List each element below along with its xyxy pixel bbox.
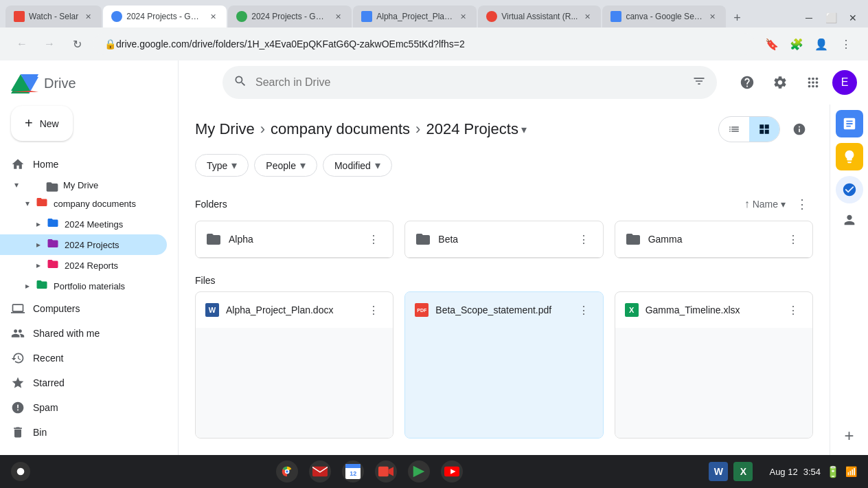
search-input[interactable]	[255, 76, 684, 89]
contacts-panel-button[interactable]	[836, 206, 863, 234]
browser-tab-3[interactable]: 2024 Projects - Goo... ✕	[228, 5, 352, 27]
sidebar-item-shared[interactable]: Shared with me	[0, 321, 167, 346]
folder-beta-menu[interactable]: ⋮	[574, 230, 593, 249]
file-card-gamma-timeline[interactable]: X Gamma_Timeline.xlsx ⋮	[615, 291, 813, 439]
add-panel-button[interactable]: +	[836, 422, 863, 450]
sidebar-item-spam-label: Spam	[33, 402, 58, 413]
tab-close-1[interactable]: ✕	[82, 11, 93, 22]
sidebar-item-2024-reports[interactable]: ▸ 2024 Reports	[0, 255, 167, 276]
folder-card-alpha[interactable]: Alpha ⋮	[195, 221, 393, 258]
sidebar-item-portfolio[interactable]: ▸ Portfolio materials	[0, 276, 167, 296]
folder-alpha-header: Alpha ⋮	[196, 221, 393, 258]
sidebar-item-company-docs[interactable]: ▾ company documents	[0, 193, 167, 214]
sidebar-item-starred[interactable]: Starred	[0, 370, 167, 395]
file-card-beta-scope[interactable]: PDF Beta_Scope_statement.pdf ⋮	[404, 291, 603, 439]
taskbar-camera-icon[interactable]	[11, 462, 30, 481]
sidebar-item-2024-meetings[interactable]: ▸ 2024 Meetings	[0, 214, 167, 234]
file-beta-menu[interactable]: ⋮	[574, 300, 593, 320]
avatar[interactable]: E	[832, 70, 857, 95]
browser-tab-4[interactable]: Alpha_Project_Plan... ✕	[353, 5, 477, 27]
file-gamma-menu[interactable]: ⋮	[784, 300, 803, 320]
info-button[interactable]	[786, 115, 813, 143]
settings-button[interactable]	[766, 69, 794, 96]
tab-close-5[interactable]: ✕	[582, 11, 593, 22]
sidebar-item-computers-label: Computers	[33, 303, 80, 314]
grid-view-button[interactable]	[749, 117, 779, 142]
browser-tab-5[interactable]: Virtual Assistant (R... ✕	[478, 5, 601, 27]
new-button[interactable]: + New	[11, 106, 73, 141]
taskbar-calendar-icon[interactable]: 12	[342, 461, 364, 483]
svg-point-8	[17, 468, 25, 476]
taskbar-excel-icon[interactable]: X	[733, 462, 753, 481]
sidebar-item-computers[interactable]: Computers	[0, 296, 167, 321]
file-card-alpha-plan[interactable]: W Alpha_Project_Plan.docx ⋮	[195, 291, 393, 439]
sidebar-meetings-label: 2024 Meetings	[65, 219, 123, 230]
sidebar-item-bin[interactable]: Bin	[0, 420, 167, 445]
breadcrumb-company-docs[interactable]: company documents	[271, 120, 410, 138]
profile-button[interactable]: 👤	[810, 33, 832, 55]
sort-chevron: ▾	[781, 199, 786, 210]
sheets-panel-icon[interactable]	[836, 110, 863, 137]
content-header: My Drive › company documents › 2024 Proj…	[179, 104, 830, 151]
folder-card-beta[interactable]: Beta ⋮	[404, 221, 603, 258]
sidebar-item-2024-projects[interactable]: ▸ 2024 Projects	[0, 234, 167, 255]
sidebar-item-shared-label: Shared with me	[33, 328, 100, 339]
type-filter[interactable]: Type ▾	[195, 154, 249, 177]
breadcrumb-current[interactable]: 2024 Projects ▾	[426, 120, 527, 138]
menu-button[interactable]: ⋮	[835, 33, 857, 55]
tab-label-6: canva - Google Sea...	[626, 12, 703, 21]
file-alpha-menu[interactable]: ⋮	[364, 300, 383, 320]
tab-favicon-5	[486, 11, 497, 22]
taskbar-youtube-icon[interactable]	[441, 461, 463, 483]
folders-more-button[interactable]: ⋮	[791, 193, 813, 215]
list-view-button[interactable]	[719, 117, 749, 142]
forward-button[interactable]: →	[38, 33, 60, 55]
browser-tab-6[interactable]: canva - Google Sea... ✕	[602, 5, 726, 27]
tab-close-6[interactable]: ✕	[707, 11, 718, 22]
taskbar-chrome-icon[interactable]	[276, 461, 298, 483]
browser-tab-1[interactable]: Watch - Selar ✕	[5, 5, 102, 27]
excel-file-icon: X	[625, 303, 639, 317]
tab-close-2[interactable]: ✕	[207, 11, 218, 22]
maximize-button[interactable]: ⬜	[821, 8, 841, 27]
drive-logo-text: Drive	[44, 76, 76, 91]
browser-tab-2[interactable]: 2024 Projects - Goo... ✕	[103, 5, 227, 27]
tab-close-4[interactable]: ✕	[457, 11, 468, 22]
keep-panel-icon[interactable]	[836, 143, 863, 170]
sidebar-item-spam[interactable]: Spam	[0, 395, 167, 420]
taskbar-gmail-icon[interactable]	[309, 461, 331, 483]
filter-icon[interactable]	[692, 74, 706, 91]
sort-button[interactable]: ↑ Name ▾	[744, 198, 786, 210]
address-input[interactable]: 🔒 drive.google.com/drive/folders/1H_x4Ev…	[93, 33, 755, 55]
taskbar-word-icon[interactable]: W	[709, 462, 728, 481]
close-button[interactable]: ✕	[843, 8, 863, 27]
bookmark-button[interactable]: 🔖	[761, 33, 783, 55]
modified-filter[interactable]: Modified ▾	[323, 154, 392, 177]
file-gamma-header: X Gamma_Timeline.xlsx ⋮	[615, 292, 812, 328]
tab-close-3[interactable]: ✕	[332, 11, 343, 22]
apps-button[interactable]	[799, 69, 827, 96]
help-button[interactable]	[733, 69, 761, 96]
drive-logo[interactable]: Drive	[0, 66, 178, 100]
back-button[interactable]: ←	[11, 33, 33, 55]
taskbar-play-icon[interactable]	[408, 461, 430, 483]
folder-alpha-menu[interactable]: ⋮	[364, 230, 383, 249]
sidebar-item-recent[interactable]: Recent	[0, 346, 167, 370]
tab-label-1: Watch - Selar	[29, 12, 78, 21]
folder-gamma-menu[interactable]: ⋮	[784, 230, 803, 249]
search-bar[interactable]	[222, 66, 717, 99]
shared-icon	[11, 326, 25, 340]
sidebar-item-my-drive[interactable]: ▾ My Drive	[0, 177, 167, 193]
new-tab-button[interactable]: +	[727, 8, 746, 27]
reload-button[interactable]: ↻	[66, 33, 88, 55]
taskbar-meet-icon[interactable]	[375, 461, 397, 483]
extension-button[interactable]: 🧩	[786, 33, 808, 55]
sidebar-item-home[interactable]: Home	[0, 152, 167, 177]
minimize-button[interactable]: ─	[799, 8, 819, 27]
sidebar-projects-label: 2024 Projects	[65, 240, 119, 250]
my-drive-chevron: ▾	[11, 179, 22, 190]
tasks-panel-button[interactable]	[836, 176, 863, 203]
people-filter[interactable]: People ▾	[254, 154, 317, 177]
folder-card-gamma[interactable]: Gamma ⋮	[615, 221, 813, 258]
breadcrumb-my-drive[interactable]: My Drive	[195, 120, 255, 138]
